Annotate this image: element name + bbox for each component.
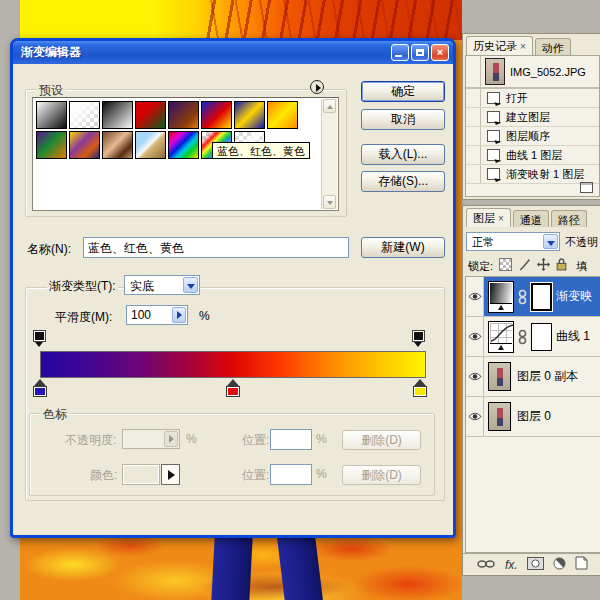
add-layer-mask-icon[interactable] bbox=[527, 557, 544, 573]
layers-bottom-bar: fx. bbox=[463, 553, 600, 575]
layers-panel: 图层× 通道 路径 正常 不透明 锁定: 填 渐变映 bbox=[462, 205, 600, 576]
new-layer-icon[interactable] bbox=[575, 556, 588, 573]
maximize-button[interactable] bbox=[411, 44, 429, 61]
minimize-icon bbox=[395, 55, 402, 57]
layer-row-layer0-copy[interactable]: 图层 0 副本 bbox=[466, 357, 600, 397]
gradient-preview-bar[interactable] bbox=[40, 351, 426, 378]
preset-swatch[interactable] bbox=[168, 131, 199, 159]
layer-row-gradient-map[interactable]: 渐变映 bbox=[466, 277, 600, 317]
preset-swatch[interactable] bbox=[201, 101, 232, 129]
history-row[interactable]: 建立图层 bbox=[466, 108, 599, 127]
preset-swatch[interactable] bbox=[135, 101, 166, 129]
eye-icon bbox=[468, 292, 482, 301]
tab-actions[interactable]: 动作 bbox=[535, 38, 571, 55]
dropdown-button[interactable] bbox=[543, 234, 558, 249]
layer-mask-thumbnail[interactable] bbox=[531, 283, 552, 311]
opacity-location-input[interactable] bbox=[270, 429, 312, 450]
visibility-toggle[interactable] bbox=[466, 277, 484, 316]
gradient-type-select[interactable]: 实底 bbox=[124, 275, 200, 295]
gradient-type-value: 实底 bbox=[130, 278, 154, 295]
preset-scrollbar[interactable] bbox=[321, 99, 337, 209]
layer-row-curves[interactable]: 曲线 1 bbox=[466, 317, 600, 357]
history-row[interactable]: 打开 bbox=[466, 89, 599, 108]
scroll-down-button[interactable] bbox=[323, 195, 336, 209]
preset-swatch[interactable] bbox=[135, 131, 166, 159]
color-stop-yellow[interactable] bbox=[413, 379, 427, 398]
tab-close-icon[interactable]: × bbox=[520, 41, 526, 52]
lock-position-move-icon[interactable] bbox=[537, 258, 550, 271]
percent-sign: % bbox=[199, 309, 210, 323]
preset-swatch[interactable] bbox=[234, 101, 265, 129]
dropdown-button[interactable] bbox=[183, 277, 198, 293]
minimize-button[interactable] bbox=[391, 44, 409, 61]
history-row[interactable]: 曲线 1 图层 bbox=[466, 146, 599, 165]
chevron-down-icon bbox=[187, 284, 195, 289]
curves-thumbnail[interactable] bbox=[488, 321, 514, 353]
smoothness-input[interactable]: 100 bbox=[126, 305, 188, 325]
close-button[interactable]: × bbox=[431, 44, 449, 61]
layer-mask-thumbnail[interactable] bbox=[531, 323, 552, 351]
link-layers-icon[interactable] bbox=[477, 558, 496, 572]
lock-all-icon[interactable] bbox=[556, 258, 569, 271]
preset-swatch[interactable] bbox=[36, 131, 67, 159]
history-list: IMG_5052.JPG 打开 建立图层 图层顺序 曲线 1 图层 渐变映射 1… bbox=[465, 55, 600, 197]
color-location-input[interactable] bbox=[270, 464, 312, 485]
color-stop-red[interactable] bbox=[226, 379, 240, 398]
preset-swatch[interactable] bbox=[168, 101, 199, 129]
name-label: 名称(N): bbox=[27, 241, 71, 258]
tab-channels[interactable]: 通道 bbox=[513, 210, 549, 227]
new-button[interactable]: 新建(W) bbox=[361, 237, 445, 258]
chevron-down-icon bbox=[327, 201, 333, 205]
lock-transparency-icon[interactable] bbox=[499, 258, 512, 271]
tab-history[interactable]: 历史记录× bbox=[466, 36, 533, 55]
lock-paint-brush-icon[interactable] bbox=[518, 258, 531, 271]
eye-icon bbox=[468, 372, 482, 381]
preset-swatch[interactable] bbox=[102, 101, 133, 129]
opacity-stop-right[interactable] bbox=[412, 330, 425, 347]
eye-icon bbox=[468, 332, 482, 341]
color-stop-blue[interactable] bbox=[33, 379, 47, 398]
history-source-checkbox[interactable] bbox=[466, 56, 481, 87]
gradient-map-thumbnail[interactable] bbox=[488, 281, 514, 313]
preset-menu-arrow-icon bbox=[316, 84, 321, 92]
layer-style-icon[interactable]: fx. bbox=[505, 558, 518, 572]
history-state-icon bbox=[487, 149, 500, 161]
history-row[interactable]: 图层顺序 bbox=[466, 127, 599, 146]
dialog-titlebar[interactable]: 渐变编辑器 × bbox=[13, 41, 453, 64]
tab-close-icon[interactable]: × bbox=[498, 213, 504, 224]
name-input[interactable]: 蓝色、红色、黄色 bbox=[83, 237, 349, 258]
preset-swatch[interactable] bbox=[267, 101, 298, 129]
preset-swatch[interactable] bbox=[36, 101, 67, 129]
preset-swatch[interactable] bbox=[69, 101, 100, 129]
history-panel: 历史记录× 动作 IMG_5052.JPG 打开 建立图层 图层顺序 曲线 1 … bbox=[462, 33, 600, 200]
ok-button[interactable]: 确定 bbox=[361, 81, 445, 102]
visibility-toggle[interactable] bbox=[466, 397, 484, 436]
layer-thumbnail[interactable] bbox=[488, 402, 511, 431]
visibility-toggle[interactable] bbox=[466, 317, 484, 356]
preset-swatch[interactable] bbox=[69, 131, 100, 159]
cancel-button[interactable]: 取消 bbox=[361, 109, 445, 130]
history-snapshot-row[interactable]: IMG_5052.JPG bbox=[466, 56, 599, 89]
smoothness-label: 平滑度(M): bbox=[55, 309, 112, 326]
left-leg bbox=[211, 533, 253, 600]
new-snapshot-button[interactable] bbox=[580, 182, 593, 193]
tab-paths[interactable]: 路径 bbox=[551, 210, 587, 227]
preset-menu-button[interactable] bbox=[310, 80, 324, 94]
blend-mode-select[interactable]: 正常 bbox=[466, 232, 560, 251]
layer-thumbnail[interactable] bbox=[488, 362, 511, 391]
visibility-toggle[interactable] bbox=[466, 357, 484, 396]
preset-tooltip: 蓝色、红色、黄色 bbox=[212, 142, 310, 159]
layer-row-layer0[interactable]: 图层 0 bbox=[466, 397, 600, 437]
arrow-right-icon bbox=[168, 470, 175, 480]
new-adjustment-layer-icon[interactable] bbox=[553, 557, 566, 573]
tab-layers[interactable]: 图层× bbox=[466, 208, 511, 227]
layer-mask-link-icon bbox=[518, 289, 527, 305]
smoothness-slider-button[interactable] bbox=[172, 307, 186, 323]
load-button[interactable]: 载入(L)... bbox=[361, 144, 445, 165]
preset-swatch[interactable] bbox=[102, 131, 133, 159]
stop-color-menu-button[interactable] bbox=[161, 464, 180, 485]
chevron-up-icon bbox=[327, 105, 333, 109]
opacity-stop-left[interactable] bbox=[33, 330, 46, 347]
scroll-up-button[interactable] bbox=[323, 99, 336, 113]
save-button[interactable]: 存储(S)... bbox=[361, 171, 445, 192]
